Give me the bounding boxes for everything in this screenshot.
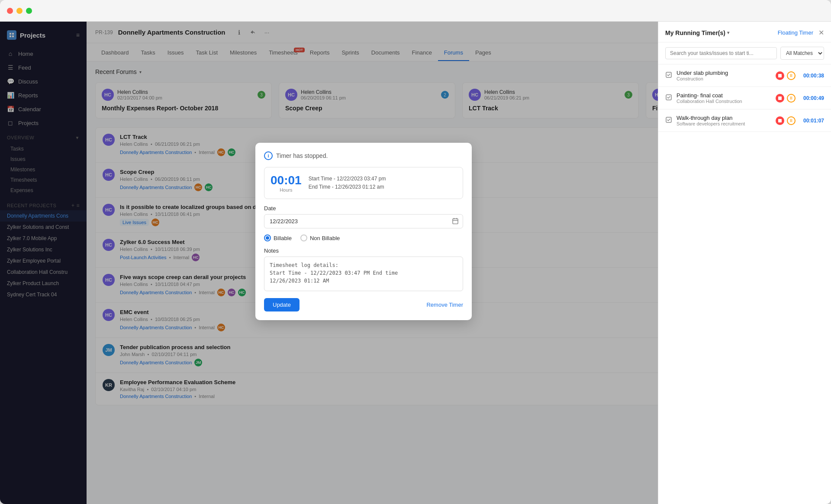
stopped-time-label: Hours bbox=[271, 187, 302, 193]
timer-panel-title: My Running Timer(s) ▾ bbox=[665, 29, 729, 36]
stopped-time-meta: Start Time - 12/22/2023 03:47 pm End Tim… bbox=[309, 175, 386, 191]
timer-stop-button[interactable] bbox=[776, 116, 784, 125]
timer-item-title: Under slab plumbing bbox=[676, 70, 771, 76]
popup-actions: Update Remove Timer bbox=[264, 298, 463, 311]
non-billable-label: Non Billable bbox=[310, 235, 340, 241]
date-input-wrapper bbox=[264, 214, 463, 228]
notes-label: Notes bbox=[264, 247, 463, 254]
timer-item-title: Walk-through day plan bbox=[676, 115, 771, 121]
svg-rect-3 bbox=[453, 218, 458, 224]
stopped-timer-popup: i Timer has stopped. 00:01 Hours Start T… bbox=[255, 143, 472, 320]
end-time: End Time - 12/26/2023 01:12 am bbox=[309, 183, 386, 191]
date-input[interactable] bbox=[264, 214, 463, 228]
billable-option[interactable]: Billable bbox=[264, 234, 292, 241]
stop-icon bbox=[778, 96, 782, 100]
title-bar bbox=[0, 0, 831, 22]
date-label: Date bbox=[264, 205, 463, 212]
timer-pause-button[interactable]: ⏸ bbox=[787, 116, 796, 125]
remove-timer-link[interactable]: Remove Timer bbox=[426, 302, 463, 308]
timer-elapsed: 00:00:38 bbox=[798, 73, 824, 79]
timer-panel-title-text: My Running Timer(s) bbox=[665, 29, 725, 36]
timer-item-content: Walk-through day plan Software developer… bbox=[676, 115, 771, 126]
info-icon: i bbox=[264, 151, 273, 160]
notes-textarea[interactable]: Timesheet log details: Start Time - 12/2… bbox=[264, 257, 463, 291]
timer-elapsed: 00:00:49 bbox=[798, 95, 824, 101]
timer-item-content: Under slab plumbing Construction bbox=[676, 70, 771, 81]
timer-stop-button[interactable] bbox=[776, 71, 784, 80]
stopped-timer-header: i Timer has stopped. bbox=[264, 151, 463, 160]
timer-filter-select[interactable]: All Matches bbox=[780, 47, 824, 60]
timer-panel-header: My Running Timer(s) ▾ Floating Timer ✕ bbox=[658, 22, 831, 42]
task-icon bbox=[665, 71, 672, 80]
close-icon[interactable]: ✕ bbox=[818, 29, 824, 37]
timer-elapsed: 00:01:07 bbox=[798, 118, 824, 124]
timer-item-controls: ⏸ 00:00:38 bbox=[776, 71, 824, 80]
timer-item-1: Painting- final coat Collaboration Hall … bbox=[658, 87, 831, 109]
timer-item-content: Painting- final coat Collaboration Hall … bbox=[676, 92, 771, 104]
radio-non-billable[interactable] bbox=[300, 234, 307, 241]
stopped-time-value: 00:01 bbox=[271, 173, 302, 187]
start-time: Start Time - 12/22/2023 03:47 pm bbox=[309, 175, 386, 183]
task-icon bbox=[665, 94, 672, 103]
timer-panel: My Running Timer(s) ▾ Floating Timer ✕ A… bbox=[658, 22, 831, 504]
timer-search: All Matches bbox=[658, 42, 831, 64]
timer-pause-button[interactable]: ⏸ bbox=[787, 94, 796, 103]
timer-item-subtitle: Collaboration Hall Construction bbox=[676, 99, 771, 104]
minimize-button[interactable] bbox=[16, 8, 23, 14]
billing-options: Billable Non Billable bbox=[264, 234, 463, 241]
update-button[interactable]: Update bbox=[264, 298, 300, 311]
timer-item-subtitle: Software developers recruitment bbox=[676, 121, 771, 126]
timer-pause-button[interactable]: ⏸ bbox=[787, 71, 796, 80]
timer-item-0: Under slab plumbing Construction ⏸ 00:00… bbox=[658, 64, 831, 87]
timer-item-title: Painting- final coat bbox=[676, 92, 771, 99]
traffic-lights bbox=[7, 8, 32, 14]
task-icon bbox=[665, 116, 672, 125]
stopped-time-display: 00:01 Hours bbox=[271, 173, 302, 193]
close-button[interactable] bbox=[7, 8, 13, 14]
floating-timer-link[interactable]: Floating Timer bbox=[778, 29, 813, 36]
stopped-timer-message: Timer has stopped. bbox=[276, 152, 328, 159]
timer-stop-button[interactable] bbox=[776, 94, 784, 103]
timer-item-controls: ⏸ 00:01:07 bbox=[776, 116, 824, 125]
chevron-down-icon: ▾ bbox=[727, 30, 729, 35]
fullscreen-button[interactable] bbox=[26, 8, 32, 14]
window: Projects ≡ ⌂ Home ☰ Feed 💬 Discuss 📊 Rep… bbox=[0, 0, 831, 504]
timer-item-subtitle: Construction bbox=[676, 76, 771, 81]
timer-item-controls: ⏸ 00:00:49 bbox=[776, 94, 824, 103]
calendar-icon[interactable] bbox=[452, 217, 459, 225]
radio-billable[interactable] bbox=[264, 234, 271, 241]
billable-label: Billable bbox=[274, 235, 292, 241]
timer-search-input[interactable] bbox=[665, 47, 777, 59]
stop-icon bbox=[778, 74, 782, 77]
stop-icon bbox=[778, 119, 782, 122]
non-billable-option[interactable]: Non Billable bbox=[300, 234, 340, 241]
stopped-timer-body: 00:01 Hours Start Time - 12/22/2023 03:4… bbox=[264, 167, 463, 199]
timer-item-2: Walk-through day plan Software developer… bbox=[658, 109, 831, 132]
